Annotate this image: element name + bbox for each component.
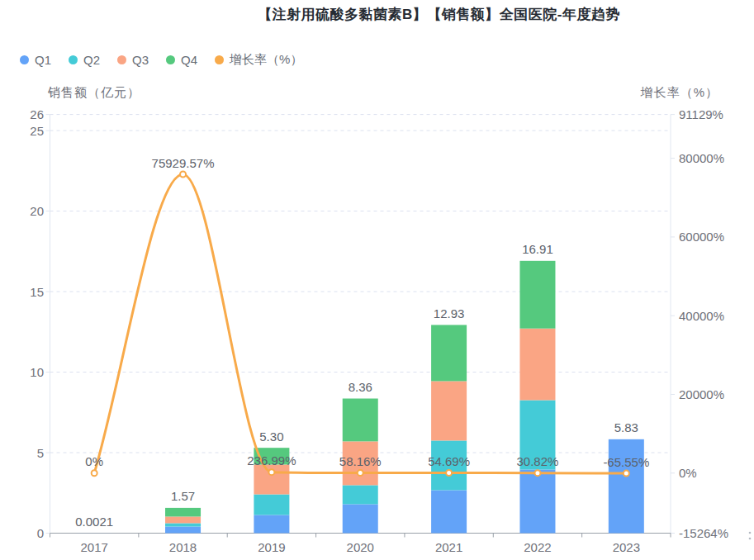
bar-segment-2021-q4[interactable] <box>431 325 467 381</box>
growth-rate-label: -65.55% <box>603 455 649 469</box>
right-axis-tick-label: 40000% <box>679 309 724 323</box>
bar-total-label: 12.93 <box>434 306 465 320</box>
growth-rate-label: 0% <box>85 454 103 468</box>
growth-rate-point-2019[interactable] <box>268 469 274 475</box>
x-axis-category-label: 2022 <box>524 540 551 554</box>
bar-segment-2020-q2[interactable] <box>343 485 378 504</box>
chart-plot-area: 051015202526-15264%0%20000%40000%60000%8… <box>0 0 754 560</box>
x-axis-category-label: 2017 <box>80 540 107 554</box>
bar-total-label: 5.30 <box>259 429 283 444</box>
right-axis-tick-label: 0% <box>679 466 697 480</box>
bar-total-label: 16.91 <box>522 242 553 256</box>
growth-rate-point-2022[interactable] <box>534 470 540 476</box>
left-axis-tick-label: 25 <box>30 124 44 138</box>
bar-segment-2021-q1[interactable] <box>431 490 467 533</box>
x-axis-category-label: 2018 <box>169 540 197 554</box>
bar-segment-2020-q1[interactable] <box>343 504 378 533</box>
bar-segment-2018-q3[interactable] <box>165 516 201 523</box>
right-axis-tick-label: 20000% <box>679 387 724 401</box>
right-axis-tick-label: 60000% <box>679 230 724 244</box>
bar-segment-2020-q4[interactable] <box>343 399 378 442</box>
growth-rate-point-2020[interactable] <box>358 470 363 476</box>
bar-segment-2018-q1[interactable] <box>165 527 201 534</box>
left-axis-tick-label: 0 <box>37 526 44 540</box>
bar-total-label: 8.36 <box>349 380 372 394</box>
x-axis-category-label: 2020 <box>347 540 374 554</box>
growth-rate-label: 236.99% <box>247 453 296 467</box>
bar-segment-2022-q4[interactable] <box>519 261 555 329</box>
bar-segment-2023-q1[interactable] <box>609 439 644 534</box>
left-axis-tick-label: 10 <box>30 365 44 379</box>
edge-artifact-dot <box>749 538 752 540</box>
right-axis-tick-label: -15264% <box>679 526 728 540</box>
growth-rate-point-2023[interactable] <box>624 471 629 477</box>
bar-segment-2019-q2[interactable] <box>254 495 289 515</box>
bar-segment-2022-q1[interactable] <box>519 469 555 533</box>
right-axis-tick-label: 91129% <box>679 107 723 121</box>
x-axis-category-label: 2019 <box>258 540 285 554</box>
edge-artifact-dot <box>749 532 752 534</box>
growth-rate-point-2017[interactable] <box>92 470 97 476</box>
x-axis-category-label: 2021 <box>435 540 462 554</box>
growth-rate-label: 30.82% <box>517 454 559 468</box>
left-axis-tick-label: 20 <box>30 204 44 218</box>
right-axis-tick-label: 80000% <box>679 151 724 165</box>
left-axis-tick-label: 26 <box>30 107 44 121</box>
bar-segment-2022-q3[interactable] <box>519 329 555 401</box>
growth-rate-point-2021[interactable] <box>446 470 452 476</box>
bar-segment-2018-q4[interactable] <box>165 508 201 517</box>
x-axis-category-label: 2023 <box>613 540 640 554</box>
bar-total-label: 5.83 <box>614 420 638 434</box>
bar-segment-2018-q2[interactable] <box>165 523 201 526</box>
bar-total-label: 0.0021 <box>75 515 113 529</box>
bar-total-label: 1.57 <box>171 489 195 503</box>
bar-segment-2019-q1[interactable] <box>254 515 289 533</box>
growth-rate-label: 54.69% <box>428 454 470 468</box>
bar-segment-2021-q3[interactable] <box>431 381 467 440</box>
left-axis-tick-label: 5 <box>37 446 44 460</box>
growth-rate-label: 75929.57% <box>152 156 215 170</box>
growth-rate-point-2018[interactable] <box>180 172 186 178</box>
left-axis-tick-label: 15 <box>30 285 44 299</box>
growth-rate-label: 58.16% <box>339 454 382 468</box>
